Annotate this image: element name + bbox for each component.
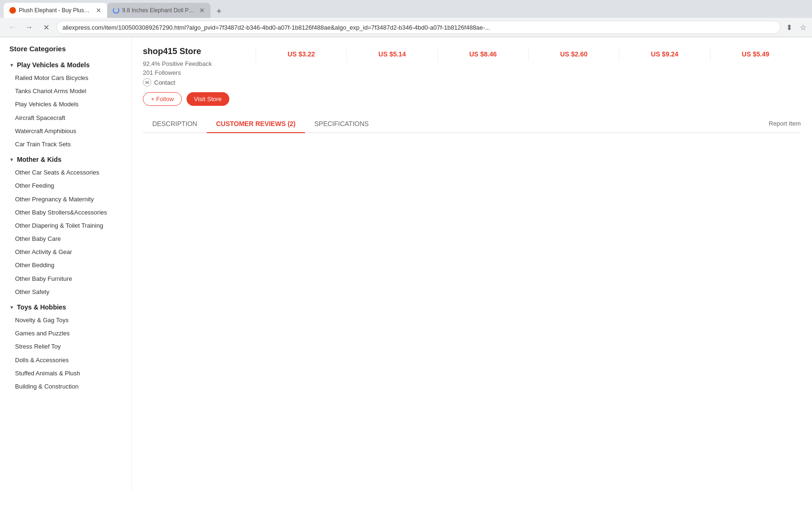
new-tab-button[interactable]: + — [212, 5, 226, 18]
visit-store-button[interactable]: Visit Store — [187, 92, 229, 106]
price-item-1[interactable]: US $3.22 — [256, 47, 346, 62]
category-header-label-play-vehicles: Play Vehicles & Models — [17, 61, 90, 69]
address-bar: ← → ✕ aliexpress.com/item/10050030892672… — [0, 18, 812, 37]
sidebar-item-baby-furniture[interactable]: Other Baby Furniture — [9, 272, 131, 286]
price-value-5: US $9.24 — [651, 50, 678, 58]
sidebar-item-diapering[interactable]: Other Diapering & Toilet Training — [9, 219, 131, 232]
forward-button[interactable]: → — [23, 21, 36, 34]
sidebar-item-tanks-chariot[interactable]: Tanks Chariot Arms Model — [9, 85, 131, 98]
sidebar-item-stuffed-animals[interactable]: Stuffed Animals & Plush — [9, 367, 131, 380]
sidebar-item-watercraft[interactable]: Watercraft Amphibious — [9, 125, 131, 138]
price-item-5[interactable]: US $9.24 — [619, 47, 710, 62]
follow-button[interactable]: + Follow — [143, 92, 182, 106]
page-content: Store Categories ▼ Play Vehicles & Model… — [0, 37, 812, 492]
price-item-4[interactable]: US $2.60 — [528, 47, 619, 62]
store-header: shop415 Store 92.4% Positive Feedback 20… — [143, 47, 801, 106]
sidebar-item-strollers[interactable]: Other Baby Strollers&Accessories — [9, 206, 131, 219]
followers-label: Followers — [155, 69, 181, 76]
price-value-6: US $5.49 — [742, 50, 769, 58]
sidebar-item-baby-care[interactable]: Other Baby Care — [9, 232, 131, 246]
tab-customer-reviews[interactable]: CUSTOMER REVIEWS (2) — [207, 115, 305, 133]
collapse-arrow-toys-hobbies: ▼ — [9, 305, 14, 310]
tab-2[interactable]: 9.8 Inches Elephant Doll Plush... ✕ — [107, 3, 211, 18]
collapse-arrow-mother-kids: ▼ — [9, 157, 14, 162]
tab-close-1[interactable]: ✕ — [96, 7, 102, 14]
tab-favicon-2 — [113, 7, 119, 14]
tab-label-2: 9.8 Inches Elephant Doll Plush... — [122, 7, 195, 14]
tab-bar: Plush Elephant - Buy Plush Ele... ✕ 9.8 … — [0, 0, 812, 18]
sidebar-item-bedding[interactable]: Other Bedding — [9, 259, 131, 272]
price-value-2: US $5.14 — [378, 50, 406, 58]
price-item-6[interactable]: US $5.49 — [710, 47, 801, 62]
price-item-2[interactable]: US $5.14 — [346, 47, 437, 62]
price-row: US $3.22 US $5.14 US $8.46 US $2.60 US $… — [256, 47, 801, 62]
sidebar-item-novelty-gag[interactable]: Novelty & Gag Toys — [9, 314, 131, 327]
sidebar-item-car-train[interactable]: Car Train Track Sets — [9, 138, 131, 151]
contact-icon: ✉ — [143, 78, 151, 87]
sidebar-item-dolls[interactable]: Dolls & Accessories — [9, 354, 131, 367]
sidebar-title: Store Categories — [0, 43, 131, 58]
browser-chrome: Plush Elephant - Buy Plush Ele... ✕ 9.8 … — [0, 0, 812, 37]
price-value-3: US $8.46 — [469, 50, 497, 58]
category-header-label-mother-kids: Mother & Kids — [17, 156, 62, 163]
sidebar-item-other-feeding[interactable]: Other Feeding — [9, 179, 131, 192]
contact-label: Contact — [154, 79, 175, 86]
positive-feedback-value: 92.4% — [143, 60, 160, 67]
sidebar-item-games-puzzles[interactable]: Games and Puzzles — [9, 327, 131, 340]
report-item-link[interactable]: Report Item — [769, 120, 801, 127]
category-group-play-vehicles: ▼ Play Vehicles & Models Railed Motor Ca… — [0, 58, 131, 151]
url-text: aliexpress.com/item/1005003089267290.htm… — [62, 24, 490, 31]
collapse-arrow-play-vehicles: ▼ — [9, 63, 14, 68]
category-group-mother-kids: ▼ Mother & Kids Other Car Seats & Access… — [0, 153, 131, 299]
price-item-3[interactable]: US $8.46 — [437, 47, 528, 62]
tab-description[interactable]: DESCRIPTION — [143, 115, 207, 133]
category-items-toys-hobbies: Novelty & Gag Toys Games and Puzzles Str… — [0, 314, 131, 393]
followers-value: 201 — [143, 69, 153, 76]
tab-1[interactable]: Plush Elephant - Buy Plush Ele... ✕ — [4, 3, 107, 18]
tab-specifications[interactable]: SPECIFICATIONS — [305, 115, 378, 133]
url-bar[interactable]: aliexpress.com/item/1005003089267290.htm… — [56, 21, 781, 34]
category-header-toys-hobbies[interactable]: ▼ Toys & Hobbies — [0, 301, 131, 314]
sidebar-item-safety[interactable]: Other Safety — [9, 286, 131, 299]
category-group-toys-hobbies: ▼ Toys & Hobbies Novelty & Gag Toys Game… — [0, 301, 131, 393]
back-button[interactable]: ← — [6, 21, 19, 34]
store-name: shop415 Store — [143, 47, 246, 56]
price-value-4: US $2.60 — [560, 50, 587, 58]
share-icon[interactable]: ⬍ — [786, 23, 792, 32]
store-actions: + Follow Visit Store — [143, 92, 246, 106]
category-items-mother-kids: Other Car Seats & Accessories Other Feed… — [0, 166, 131, 299]
store-followers: 201 Followers — [143, 69, 246, 76]
sidebar-item-activity-gear[interactable]: Other Activity & Gear — [9, 246, 131, 259]
tab-label-1: Plush Elephant - Buy Plush Ele... — [19, 7, 91, 14]
price-value-1: US $3.22 — [288, 50, 315, 58]
tab-favicon-1 — [9, 7, 16, 14]
sidebar-item-pregnancy[interactable]: Other Pregnancy & Maternity — [9, 193, 131, 206]
sidebar-item-building[interactable]: Building & Construction — [9, 380, 131, 393]
positive-feedback-label: Positive Feedback — [162, 60, 212, 67]
reload-button[interactable]: ✕ — [39, 21, 53, 34]
store-info: shop415 Store 92.4% Positive Feedback 20… — [143, 47, 246, 106]
category-header-label-toys-hobbies: Toys & Hobbies — [17, 303, 66, 311]
category-header-play-vehicles[interactable]: ▼ Play Vehicles & Models — [0, 58, 131, 71]
contact-link[interactable]: ✉ Contact — [143, 78, 246, 87]
bookmark-icon[interactable]: ☆ — [800, 23, 806, 32]
sidebar-item-car-seats[interactable]: Other Car Seats & Accessories — [9, 166, 131, 179]
sidebar-item-railed-motor-cars[interactable]: Railed Motor Cars Bicycles — [9, 71, 131, 85]
store-positive-feedback: 92.4% Positive Feedback — [143, 60, 246, 67]
sidebar: Store Categories ▼ Play Vehicles & Model… — [0, 37, 132, 492]
category-header-mother-kids[interactable]: ▼ Mother & Kids — [0, 153, 131, 166]
category-items-play-vehicles: Railed Motor Cars Bicycles Tanks Chariot… — [0, 71, 131, 151]
sidebar-item-stress-relief[interactable]: Stress Relief Toy — [9, 340, 131, 353]
content-area — [143, 143, 801, 378]
sidebar-item-play-vehicles[interactable]: Play Vehicles & Models — [9, 98, 131, 111]
tab-close-2[interactable]: ✕ — [199, 7, 205, 14]
sidebar-item-aircraft[interactable]: Aircraft Spacecraft — [9, 111, 131, 125]
main-content: shop415 Store 92.4% Positive Feedback 20… — [132, 37, 812, 492]
tabs-bar: DESCRIPTION CUSTOMER REVIEWS (2) SPECIFI… — [143, 115, 801, 133]
